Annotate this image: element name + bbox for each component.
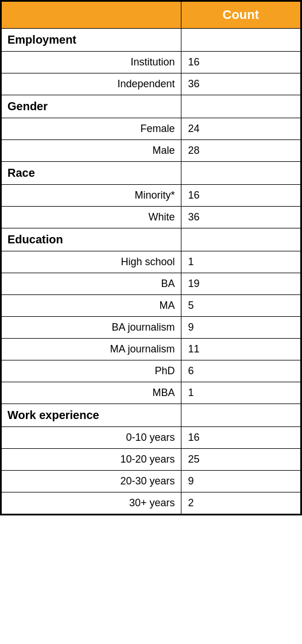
- section-header-row: Work experience: [2, 404, 301, 427]
- section-header-row: Employment: [2, 29, 301, 52]
- section-header-row: Education: [2, 228, 301, 251]
- table-row: MBA1: [2, 382, 301, 404]
- row-count: 9: [181, 317, 300, 339]
- table-row: MA5: [2, 295, 301, 317]
- section-header-count-cell: [181, 95, 300, 118]
- row-count: 9: [181, 471, 300, 492]
- column-header-count: Count: [181, 2, 300, 29]
- row-count: 16: [181, 185, 300, 207]
- section-header-count-cell: [181, 162, 300, 185]
- section-header-label: Gender: [2, 95, 181, 118]
- table-row: PhD6: [2, 360, 301, 382]
- section-header-row: Race: [2, 162, 301, 185]
- statistics-table: Count EmploymentInstitution16Independent…: [0, 0, 302, 515]
- row-label: White: [2, 207, 181, 228]
- row-count: 1: [181, 251, 300, 273]
- row-count: 19: [181, 273, 300, 295]
- row-label: MBA: [2, 382, 181, 404]
- row-count: 24: [181, 118, 300, 140]
- table-row: 10-20 years25: [2, 449, 301, 471]
- table-row: Female24: [2, 118, 301, 140]
- row-count: 36: [181, 73, 300, 95]
- table-row: White36: [2, 207, 301, 228]
- table-row: Institution16: [2, 52, 301, 73]
- row-label: Female: [2, 118, 181, 140]
- table-row: BA journalism9: [2, 317, 301, 339]
- table-row: 20-30 years9: [2, 471, 301, 492]
- table-row: High school1: [2, 251, 301, 273]
- row-label: 10-20 years: [2, 449, 181, 471]
- row-label: 20-30 years: [2, 471, 181, 492]
- row-label: Independent: [2, 73, 181, 95]
- row-count: 6: [181, 360, 300, 382]
- row-label: 0-10 years: [2, 427, 181, 449]
- section-header-count-cell: [181, 29, 300, 52]
- table-row: BA19: [2, 273, 301, 295]
- row-count: 5: [181, 295, 300, 317]
- row-label: High school: [2, 251, 181, 273]
- section-header-label: Employment: [2, 29, 181, 52]
- row-label: MA: [2, 295, 181, 317]
- row-count: 16: [181, 427, 300, 449]
- row-count: 1: [181, 382, 300, 404]
- table-row: Minority*16: [2, 185, 301, 207]
- row-label: Male: [2, 140, 181, 162]
- row-label: BA: [2, 273, 181, 295]
- section-header-row: Gender: [2, 95, 301, 118]
- row-count: 11: [181, 339, 300, 360]
- section-header-label: Work experience: [2, 404, 181, 427]
- row-count: 36: [181, 207, 300, 228]
- row-label: 30+ years: [2, 492, 181, 514]
- table-row: MA journalism11: [2, 339, 301, 360]
- row-count: 25: [181, 449, 300, 471]
- row-count: 16: [181, 52, 300, 73]
- row-label: MA journalism: [2, 339, 181, 360]
- table-row: 30+ years2: [2, 492, 301, 514]
- row-label: Minority*: [2, 185, 181, 207]
- section-header-count-cell: [181, 228, 300, 251]
- table-row: Male28: [2, 140, 301, 162]
- table-row: Independent36: [2, 73, 301, 95]
- table-row: 0-10 years16: [2, 427, 301, 449]
- row-count: 28: [181, 140, 300, 162]
- section-header-label: Race: [2, 162, 181, 185]
- row-label: BA journalism: [2, 317, 181, 339]
- row-label: PhD: [2, 360, 181, 382]
- section-header-label: Education: [2, 228, 181, 251]
- section-header-count-cell: [181, 404, 300, 427]
- column-header-label: [2, 2, 181, 29]
- row-label: Institution: [2, 52, 181, 73]
- row-count: 2: [181, 492, 300, 514]
